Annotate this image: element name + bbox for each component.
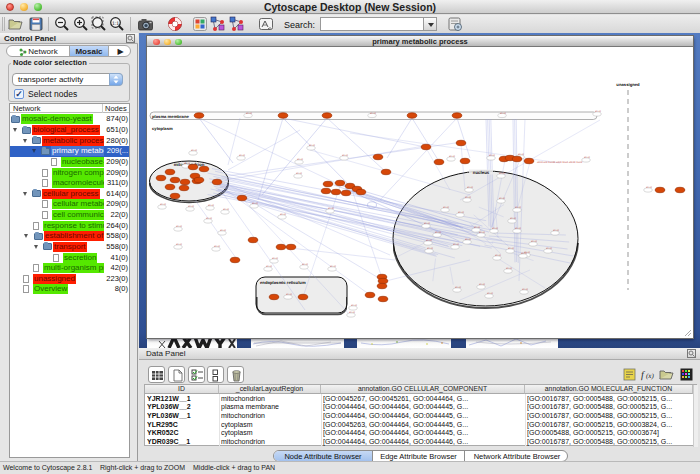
svg-text:ab cd: ab cd (500, 112, 507, 115)
svg-text:ab cd: ab cd (522, 288, 529, 291)
svg-text:ab cd: ab cd (272, 257, 279, 260)
svg-text:ab cd: ab cd (435, 231, 442, 234)
svg-text:ab cd: ab cd (370, 112, 377, 115)
svg-text:ab cd: ab cd (302, 263, 309, 266)
svg-text:nucleus: nucleus (473, 170, 490, 175)
svg-text:ab cd: ab cd (330, 265, 337, 268)
svg-text:ab cd: ab cd (510, 217, 517, 220)
svg-text:ab cd: ab cd (508, 247, 515, 250)
svg-text:ab cd: ab cd (252, 202, 259, 205)
svg-text:ab cd: ab cd (474, 226, 481, 229)
svg-text:ab cd: ab cd (427, 247, 434, 250)
svg-text:ab cd: ab cd (160, 203, 167, 206)
svg-text:ab cd: ab cd (349, 311, 356, 314)
svg-text:ab cd: ab cd (296, 172, 303, 175)
svg-text:ab cd: ab cd (489, 154, 496, 157)
svg-text:ab cd: ab cd (191, 149, 198, 152)
svg-text:ab cd: ab cd (246, 112, 253, 115)
svg-text:ab cd: ab cd (449, 155, 456, 158)
svg-text:ab cd: ab cd (342, 154, 349, 157)
svg-text:ab cd: ab cd (424, 222, 431, 225)
svg-text:ab cd: ab cd (214, 245, 221, 248)
svg-text:1:1: 1:1 (112, 21, 119, 27)
svg-text:ab cd: ab cd (297, 158, 304, 161)
svg-text:ab cd: ab cd (188, 205, 195, 208)
svg-text:ab cd: ab cd (443, 206, 450, 209)
svg-text:ab cd: ab cd (458, 211, 465, 214)
svg-text:ab cd: ab cd (467, 186, 474, 189)
svg-text:ab cd: ab cd (487, 292, 494, 295)
svg-text:ab cd: ab cd (455, 286, 462, 289)
svg-text:unassigned: unassigned (616, 82, 640, 87)
svg-text:ab cd: ab cd (266, 265, 273, 268)
svg-text:ab cd: ab cd (280, 213, 287, 216)
svg-text:ab cd: ab cd (531, 240, 538, 243)
svg-text:ab cd: ab cd (553, 229, 560, 232)
svg-text:ab cd: ab cd (176, 243, 183, 246)
svg-text:ab cd: ab cd (239, 154, 246, 157)
svg-text:ab cd: ab cd (479, 231, 486, 234)
svg-text:ab cd: ab cd (426, 239, 433, 242)
svg-text:ab cd: ab cd (492, 227, 499, 230)
svg-text:(x): (x) (646, 372, 654, 380)
svg-text:ab cd: ab cd (515, 227, 522, 230)
svg-text:ab cd: ab cd (208, 204, 215, 207)
svg-text:ab cd: ab cd (206, 217, 213, 220)
svg-text:ab cd: ab cd (465, 196, 472, 199)
svg-text:f: f (641, 370, 645, 381)
svg-text:ab cd: ab cd (546, 247, 553, 250)
svg-text:ab cd: ab cd (465, 238, 472, 241)
svg-text:endoplasmic reticulum: endoplasmic reticulum (260, 280, 306, 285)
svg-text:ab cd: ab cd (453, 243, 460, 246)
svg-text:ab cd: ab cd (176, 225, 183, 228)
svg-text:ab cd: ab cd (479, 283, 486, 286)
svg-text:ab cd: ab cd (309, 144, 316, 147)
svg-text:ab cd: ab cd (584, 156, 591, 159)
svg-text:ab cd: ab cd (220, 229, 227, 232)
svg-text:ab cd: ab cd (518, 153, 525, 156)
svg-text:cytoplasm: cytoplasm (152, 126, 173, 131)
svg-text:ab cd: ab cd (595, 110, 602, 113)
svg-text:abcd acd bacdd adcb bcad abcde: abcd acd bacdd adcb bcad abcde bacd (537, 161, 583, 164)
svg-text:ab cd: ab cd (646, 186, 653, 189)
svg-text:ab cd: ab cd (223, 208, 230, 211)
svg-text:ab cd: ab cd (351, 304, 358, 307)
svg-text:plasma membrane: plasma membrane (152, 114, 189, 119)
svg-text:ab cd: ab cd (499, 197, 506, 200)
svg-text:ab cd: ab cd (521, 252, 528, 255)
svg-text:ab cd: ab cd (328, 207, 335, 210)
svg-text:ab cd: ab cd (515, 206, 522, 209)
svg-text:ab cd: ab cd (499, 172, 506, 175)
svg-text:ab cd: ab cd (495, 254, 502, 257)
svg-text:ab cd: ab cd (286, 293, 293, 296)
svg-text:ab cd: ab cd (506, 267, 513, 270)
